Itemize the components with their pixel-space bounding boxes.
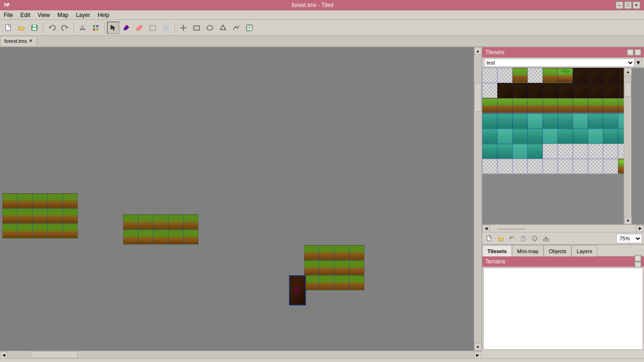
- canvas-scroll-thumb[interactable]: [31, 351, 78, 358]
- menu-view[interactable]: View: [34, 10, 54, 19]
- select-tiles-btn[interactable]: [107, 22, 119, 34]
- svg-marker-19: [220, 25, 226, 30]
- redo-btn[interactable]: [59, 22, 71, 34]
- svg-rect-12: [165, 26, 167, 29]
- vertical-scrollbar[interactable]: ▲ ▼: [474, 47, 481, 351]
- select-move-btn[interactable]: [177, 22, 190, 34]
- ts-scroll-left[interactable]: ◀: [482, 225, 490, 232]
- vertical-scroll-thumb[interactable]: [474, 83, 481, 112]
- ts-scroll-thumb[interactable]: [497, 229, 526, 230]
- scroll-up-arrow[interactable]: ▲: [474, 47, 482, 55]
- svg-point-18: [207, 25, 213, 30]
- tileset-dropdown-btn[interactable]: ▼: [635, 58, 642, 67]
- vertical-scroll-track[interactable]: [474, 55, 481, 343]
- tileset-select[interactable]: test: [484, 58, 635, 67]
- svg-rect-5: [81, 25, 84, 29]
- tilesets-title: Tilesets: [485, 49, 504, 56]
- menu-layer[interactable]: Layer: [72, 10, 94, 19]
- tab-tilesets[interactable]: Tilesets: [482, 245, 512, 256]
- scroll-down-arrow[interactable]: ▼: [474, 343, 482, 351]
- tileset-selector: test ▼: [482, 58, 644, 68]
- svg-rect-0: [6, 25, 10, 31]
- close-button[interactable]: ✕: [633, 1, 640, 9]
- menu-map[interactable]: Map: [54, 10, 72, 19]
- svg-rect-17: [194, 26, 199, 30]
- tileset-zoom-select[interactable]: 75% 50% 100% 150%: [616, 234, 642, 243]
- svg-text:i: i: [534, 238, 535, 241]
- random-fill-btn[interactable]: [90, 22, 102, 34]
- tab-layers[interactable]: Layers: [571, 245, 597, 256]
- stamp-brush-btn[interactable]: [76, 22, 89, 34]
- ts-reload-btn[interactable]: [507, 233, 517, 244]
- ts-info-btn[interactable]: i: [529, 233, 540, 244]
- minimize-button[interactable]: ─: [616, 1, 623, 9]
- tab-close-icon[interactable]: ✕: [29, 38, 33, 43]
- window-controls: ─ □ ✕: [616, 1, 640, 9]
- maximize-button[interactable]: □: [624, 1, 632, 9]
- tileset-horizontal-scrollbar[interactable]: ◀ ▶: [482, 224, 644, 232]
- svg-rect-7: [96, 25, 99, 27]
- ts-delete-btn[interactable]: [518, 233, 528, 244]
- erase-btn[interactable]: [133, 22, 146, 34]
- main-area: S ▲ ▼ Tilesets ⧉ ✕ test: [0, 47, 644, 351]
- ts-new-btn[interactable]: [484, 233, 495, 244]
- toolbar: [0, 20, 644, 36]
- canvas-area[interactable]: S: [0, 47, 474, 351]
- polygon-object-btn[interactable]: [217, 22, 229, 34]
- right-panel: Tilesets ⧉ ✕ test ▼: [481, 47, 644, 351]
- canvas-scroll-right[interactable]: ▶: [474, 351, 481, 359]
- ts-scroll-right[interactable]: ▶: [636, 225, 644, 232]
- ts-scroll-down[interactable]: ▼: [624, 217, 632, 224]
- open-file-btn[interactable]: [15, 22, 27, 34]
- rect-select-btn[interactable]: [147, 22, 159, 34]
- tab-forest-tmx[interactable]: forest.tmx ✕: [0, 36, 37, 46]
- terrains-panel: Terrains ⧉ ✕: [482, 256, 644, 351]
- svg-rect-9: [96, 28, 99, 31]
- terrains-float-btn[interactable]: ⧉: [635, 255, 641, 262]
- separator-4: [174, 23, 175, 33]
- bucket-fill-btn[interactable]: [120, 22, 132, 34]
- new-file-btn[interactable]: [2, 22, 14, 34]
- tab-minimap[interactable]: Mini-map: [512, 245, 544, 256]
- terrains-header: Terrains ⧉ ✕: [482, 256, 644, 267]
- status-bar: 28, 14 Current layer: Tile Layer 1 100%: [0, 358, 644, 362]
- undo-btn[interactable]: [46, 22, 58, 34]
- tileset-toolbar: i 75% 50% 100% 150%: [482, 232, 644, 244]
- tilesets-close-btn[interactable]: ✕: [635, 49, 641, 56]
- tilesets-float-btn[interactable]: ⧉: [627, 49, 634, 56]
- rect-object-btn[interactable]: [190, 22, 203, 34]
- ellipse-object-btn[interactable]: [204, 22, 216, 34]
- terrains-close-btn[interactable]: ✕: [635, 262, 641, 268]
- save-file-btn[interactable]: [28, 22, 41, 34]
- menu-bar: File Edit View Map Layer Help: [0, 10, 644, 20]
- window-title: forest.tmx - Tiled: [9, 2, 616, 8]
- canvas-horizontal-scrollbar[interactable]: ◀ ▶: [0, 351, 481, 358]
- tileset-content[interactable]: ▲ ▼: [482, 68, 644, 224]
- ts-open-btn[interactable]: [495, 233, 506, 244]
- polyline-object-btn[interactable]: [230, 22, 242, 34]
- tilesets-panel: Tilesets ⧉ ✕ test ▼: [482, 47, 644, 245]
- menu-file[interactable]: File: [0, 10, 17, 19]
- tab-label: forest.tmx: [4, 38, 27, 44]
- tilesets-controls: ⧉ ✕: [627, 49, 641, 56]
- canvas-wrapper: S ▲ ▼: [0, 47, 481, 351]
- tileset-image[interactable]: [482, 68, 624, 200]
- tile-object-btn[interactable]: [243, 22, 256, 34]
- menu-help[interactable]: Help: [94, 10, 113, 19]
- svg-rect-2: [33, 25, 36, 27]
- canvas-scroll-left[interactable]: ◀: [0, 351, 8, 359]
- menu-edit[interactable]: Edit: [17, 10, 34, 19]
- terrains-content: [483, 268, 643, 350]
- svg-rect-25: [521, 237, 525, 241]
- ts-export-btn[interactable]: [541, 233, 551, 244]
- separator-1: [43, 23, 43, 33]
- magic-wand-btn[interactable]: [160, 22, 172, 34]
- separator-2: [74, 23, 74, 33]
- tab-bar: forest.tmx ✕: [0, 36, 644, 47]
- title-bar: 🗺 forest.tmx - Tiled ─ □ ✕: [0, 0, 644, 10]
- canvas-scroll-track[interactable]: [8, 351, 474, 358]
- tab-objects[interactable]: Objects: [544, 245, 571, 256]
- app-icon: 🗺: [4, 2, 9, 8]
- ts-scroll-up[interactable]: ▲: [624, 68, 632, 75]
- svg-rect-3: [33, 28, 36, 30]
